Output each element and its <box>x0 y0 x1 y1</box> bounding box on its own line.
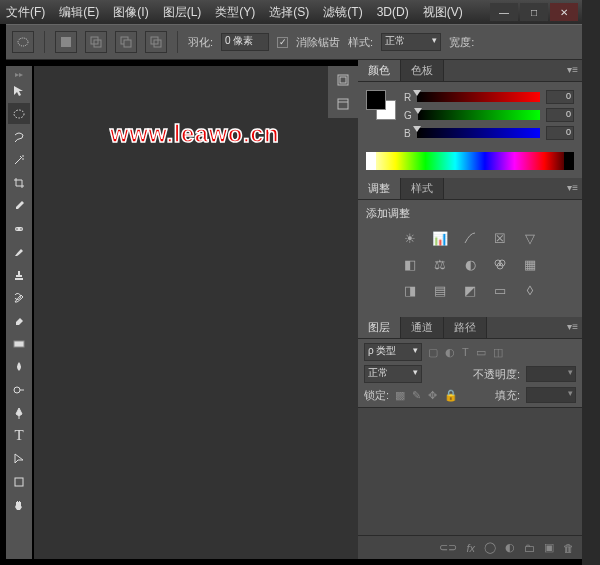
dock-properties-icon[interactable] <box>332 94 354 114</box>
lock-pos-icon[interactable]: ✥ <box>428 389 437 402</box>
blend-mode-select[interactable]: 正常 <box>364 365 422 383</box>
tool-preset-icon[interactable] <box>12 31 34 53</box>
link-layers-icon[interactable]: ⊂⊃ <box>439 541 457 554</box>
levels-icon[interactable]: 📊 <box>430 229 450 247</box>
opacity-input[interactable] <box>526 366 576 382</box>
pen-tool-icon[interactable] <box>8 402 30 423</box>
b-slider[interactable] <box>417 128 540 138</box>
close-button[interactable]: ✕ <box>550 3 578 21</box>
add-selection-icon[interactable] <box>85 31 107 53</box>
lock-all-icon[interactable]: 🔒 <box>444 389 458 402</box>
heal-tool-icon[interactable] <box>8 218 30 239</box>
path-select-tool-icon[interactable] <box>8 448 30 469</box>
new-selection-icon[interactable] <box>55 31 77 53</box>
menu-view[interactable]: 视图(V) <box>423 4 463 21</box>
history-brush-tool-icon[interactable] <box>8 287 30 308</box>
g-slider[interactable] <box>418 110 540 120</box>
shape-tool-icon[interactable] <box>8 471 30 492</box>
photo-filter-icon[interactable] <box>490 255 510 273</box>
move-tool-icon[interactable] <box>8 80 30 101</box>
antialias-checkbox[interactable]: ✓ <box>277 37 288 48</box>
type-tool-icon[interactable]: T <box>8 425 30 446</box>
fill-input[interactable] <box>526 387 576 403</box>
tab-color[interactable]: 颜色 <box>358 60 401 81</box>
dodge-tool-icon[interactable] <box>8 379 30 400</box>
lock-paint-icon[interactable]: ✎ <box>412 389 421 402</box>
wand-tool-icon[interactable] <box>8 149 30 170</box>
filter-type-icon[interactable]: T <box>462 346 469 359</box>
layer-kind-select[interactable]: ρ 类型 <box>364 343 422 361</box>
mixer-icon[interactable]: ▦ <box>520 255 540 273</box>
hand-tool-icon[interactable] <box>8 494 30 515</box>
maximize-button[interactable]: □ <box>520 3 548 21</box>
layers-list[interactable] <box>358 407 582 535</box>
invert-icon[interactable]: ◨ <box>400 281 420 299</box>
bw-icon[interactable]: ◐ <box>460 255 480 273</box>
r-label: R <box>404 92 411 103</box>
delete-layer-icon[interactable]: 🗑 <box>563 542 574 554</box>
brightness-icon[interactable]: ☀ <box>400 229 420 247</box>
menu-type[interactable]: 类型(Y) <box>215 4 255 21</box>
g-value[interactable]: 0 <box>546 108 574 122</box>
filter-pixel-icon[interactable]: ▢ <box>428 346 438 359</box>
panel-menu-icon[interactable]: ▾≡ <box>567 321 578 332</box>
lock-trans-icon[interactable]: ▩ <box>395 389 405 402</box>
posterize-icon[interactable]: ▤ <box>430 281 450 299</box>
filter-adjust-icon[interactable]: ◐ <box>445 346 455 359</box>
new-layer-icon[interactable]: ▣ <box>544 541 554 554</box>
lasso-tool-icon[interactable] <box>8 126 30 147</box>
style-select[interactable]: 正常 <box>381 33 441 51</box>
color-swatch-pair[interactable] <box>366 90 396 120</box>
r-value[interactable]: 0 <box>546 90 574 104</box>
r-slider[interactable] <box>417 92 540 102</box>
b-value[interactable]: 0 <box>546 126 574 140</box>
menu-3d[interactable]: 3D(D) <box>377 5 409 19</box>
svg-point-10 <box>16 228 18 230</box>
vibrance-icon[interactable]: ▽ <box>520 229 540 247</box>
crop-tool-icon[interactable] <box>8 172 30 193</box>
menu-edit[interactable]: 编辑(E) <box>59 4 99 21</box>
subtract-selection-icon[interactable] <box>115 31 137 53</box>
panel-menu-icon[interactable]: ▾≡ <box>567 64 578 75</box>
tab-paths[interactable]: 路径 <box>444 317 487 338</box>
color-spectrum[interactable] <box>366 152 574 170</box>
menu-file[interactable]: 文件(F) <box>6 4 45 21</box>
stamp-tool-icon[interactable] <box>8 264 30 285</box>
hue-icon[interactable]: ◧ <box>400 255 420 273</box>
menu-filter[interactable]: 滤镜(T) <box>323 4 362 21</box>
curves-icon[interactable] <box>460 229 480 247</box>
exposure-icon[interactable]: ☒ <box>490 229 510 247</box>
marquee-tool-icon[interactable] <box>8 103 30 124</box>
minimize-button[interactable]: — <box>490 3 518 21</box>
intersect-selection-icon[interactable] <box>145 31 167 53</box>
panel-menu-icon[interactable]: ▾≡ <box>567 182 578 193</box>
layer-fx-icon[interactable]: fx <box>466 542 475 554</box>
brush-tool-icon[interactable] <box>8 241 30 262</box>
toolbox-grip-icon[interactable]: ▸▸ <box>7 70 31 78</box>
gradient-tool-icon[interactable] <box>8 333 30 354</box>
menu-select[interactable]: 选择(S) <box>269 4 309 21</box>
gradient-map-icon[interactable]: ▭ <box>490 281 510 299</box>
adjustment-layer-icon[interactable]: ◐ <box>505 541 515 554</box>
filter-smart-icon[interactable]: ◫ <box>493 346 503 359</box>
feather-input[interactable]: 0 像素 <box>221 33 269 51</box>
tab-adjustments[interactable]: 调整 <box>358 178 401 199</box>
eraser-tool-icon[interactable] <box>8 310 30 331</box>
balance-icon[interactable]: ⚖ <box>430 255 450 273</box>
tab-channels[interactable]: 通道 <box>401 317 444 338</box>
filter-shape-icon[interactable]: ▭ <box>476 346 486 359</box>
menu-layer[interactable]: 图层(L) <box>163 4 202 21</box>
dock-history-icon[interactable] <box>332 70 354 90</box>
tab-styles[interactable]: 样式 <box>401 178 444 199</box>
blur-tool-icon[interactable] <box>8 356 30 377</box>
eyedropper-tool-icon[interactable] <box>8 195 30 216</box>
threshold-icon[interactable]: ◩ <box>460 281 480 299</box>
layer-mask-icon[interactable]: ◯ <box>484 541 496 554</box>
menu-image[interactable]: 图像(I) <box>113 4 148 21</box>
group-icon[interactable]: 🗀 <box>524 542 535 554</box>
tab-swatches[interactable]: 色板 <box>401 60 444 81</box>
opacity-label: 不透明度: <box>473 367 520 382</box>
fg-color-swatch[interactable] <box>366 90 386 110</box>
tab-layers[interactable]: 图层 <box>358 317 401 338</box>
selective-icon[interactable]: ◊ <box>520 281 540 299</box>
